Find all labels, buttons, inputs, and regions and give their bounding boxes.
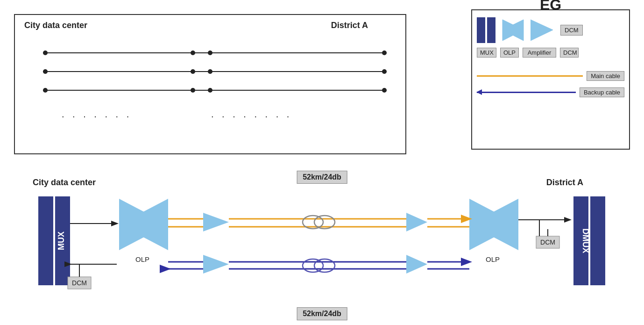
top-left-diagram: City data center District A · · · · · · … — [14, 14, 406, 154]
dmux-text-label: DMUX — [581, 229, 590, 253]
amp-left-top — [203, 213, 229, 231]
amp-right-top — [406, 213, 427, 231]
olp-left-label: OLP — [135, 255, 149, 263]
olp-icon-legend — [500, 17, 526, 43]
dcm-box-top: DCM — [560, 25, 583, 36]
amplifier-icon-legend — [531, 17, 554, 43]
amp-right-bottom — [406, 255, 427, 274]
amp-left-bottom — [203, 255, 229, 274]
amplifier-label-legend: Amplifier — [523, 48, 556, 58]
dcm-label-legend: DCM — [560, 48, 579, 58]
bottom-diagram: 52km/24db 52km/24db City data center Dis… — [0, 164, 644, 325]
coil-bottom-left — [303, 259, 323, 272]
mux-text-label: MUX — [57, 231, 66, 250]
dcm-text-right: DCM — [540, 238, 555, 246]
district-a-label: District A — [331, 21, 368, 30]
mux-rect-left-1 — [38, 196, 53, 285]
backup-cable-line — [477, 92, 576, 93]
mux-icon-legend — [477, 17, 495, 43]
backup-cable-label: Backup cable — [580, 87, 624, 97]
connection-line-1 — [43, 52, 387, 53]
dcm-text-left: DCM — [72, 279, 87, 287]
olp-label-legend: OLP — [500, 48, 519, 58]
dots-left: · · · · · · · — [62, 111, 132, 122]
olp-right-label: OLP — [486, 255, 500, 263]
main-cable-label: Main cable — [587, 71, 624, 81]
svg-marker-2 — [531, 20, 553, 41]
dmux-rect-right-2 — [590, 196, 605, 285]
connection-line-2 — [43, 71, 387, 72]
main-cable-line — [477, 75, 583, 77]
city-data-center-label: City data center — [24, 21, 87, 30]
bottom-diagram-svg: MUX DMUX OLP OLP — [0, 164, 644, 325]
mux-label-legend: MUX — [477, 48, 496, 58]
connection-line-3 — [43, 90, 387, 91]
eg-legend-box: EG DCM MUX OLP Amplifier DCM Main cable — [471, 9, 630, 150]
eg-title: EG — [540, 0, 561, 14]
dots-right: · · · · · · · · — [211, 111, 292, 122]
coil-bottom-right — [314, 259, 335, 272]
